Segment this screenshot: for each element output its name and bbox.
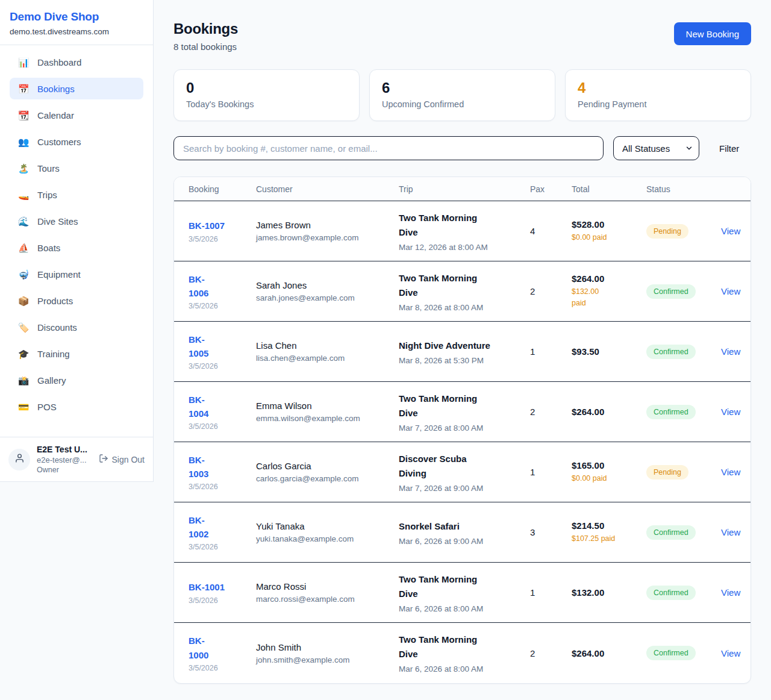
paid-amount: $0.00 paid [572, 232, 640, 243]
sidebar-item-dashboard[interactable]: 📊 Dashboard [10, 51, 143, 73]
status-badge: Pending [646, 224, 688, 239]
status-cell: Confirmed [646, 261, 721, 321]
total-amount: $528.00 [572, 219, 640, 230]
tours-icon: 🏝️ [17, 164, 30, 173]
col-header-total: Total [572, 184, 646, 194]
booking-cell: BK- 1000 3/5/2026 [189, 623, 256, 683]
total-cell: $264.00 [572, 623, 646, 683]
view-booking-link[interactable]: View [721, 467, 744, 477]
view-booking-link[interactable]: View [721, 407, 744, 417]
pos-icon: 💳 [17, 402, 30, 411]
booking-date: 3/5/2026 [189, 362, 250, 370]
table-row: BK- 1003 3/5/2026 Carlos Garcia carlos.g… [174, 442, 751, 502]
status-select-wrap: All Statuses [613, 136, 699, 160]
col-header-booking: Booking [189, 184, 256, 194]
trip-datetime: Mar 6, 2026 at 8:00 AM [399, 604, 524, 613]
sidebar-item-gallery[interactable]: 📸 Gallery [10, 369, 143, 391]
total-cell: $528.00 $0.00 paid [572, 201, 646, 261]
total-cell: $264.00 $132.00 paid [572, 261, 646, 321]
sidebar-item-label: Boats [37, 243, 60, 253]
actions-cell: View [721, 382, 751, 442]
view-booking-link[interactable]: View [721, 286, 744, 296]
table-row: BK-1001 3/5/2026 Marco Rossi marco.rossi… [174, 563, 751, 623]
booking-id-link[interactable]: BK-1007 [189, 219, 250, 233]
sidebar-item-bookings[interactable]: 📅 Bookings [10, 78, 143, 99]
booking-id-link[interactable]: BK- 1004 [189, 393, 250, 421]
stat-value: 4 [578, 80, 738, 96]
sidebar-item-label: Trips [37, 190, 57, 200]
customer-name: Marco Rossi [256, 581, 393, 592]
search-input[interactable] [173, 136, 604, 160]
view-booking-link[interactable]: View [721, 648, 744, 658]
filter-button[interactable]: Filter [719, 143, 739, 154]
customer-name: Carlos Garcia [256, 461, 393, 471]
trip-name: Two Tank Morning Dive [399, 572, 524, 601]
new-booking-button[interactable]: New Booking [674, 22, 751, 45]
paid-amount: $107.25 paid [572, 533, 640, 545]
status-cell: Pending [646, 201, 721, 261]
stat-card: 6 Upcoming Confirmed [369, 69, 555, 121]
sidebar-item-boats[interactable]: ⛵ Boats [10, 237, 143, 258]
status-badge: Pending [646, 465, 688, 480]
total-amount: $165.00 [572, 460, 640, 470]
sidebar-item-calendar[interactable]: 📆 Calendar [10, 104, 143, 126]
sign-out-icon [99, 454, 108, 465]
user-email: e2e-tester@... [37, 455, 87, 464]
sidebar-item-pos[interactable]: 💳 POS [10, 396, 143, 417]
page-title: Bookings [173, 20, 238, 37]
view-booking-link[interactable]: View [721, 527, 744, 537]
stat-label: Pending Payment [578, 99, 738, 109]
sidebar-item-label: Equipment [37, 269, 81, 280]
trip-cell: Night Dive Adventure Mar 8, 2026 at 5:30… [399, 322, 530, 381]
sidebar: Demo Dive Shop demo.test.divestreams.com… [0, 0, 154, 482]
view-booking-link[interactable]: View [721, 226, 744, 236]
booking-id-link[interactable]: BK- 1006 [189, 272, 250, 301]
sidebar-item-trips[interactable]: 🚤 Trips [10, 184, 143, 205]
status-cell: Pending [646, 442, 721, 502]
booking-id-link[interactable]: BK-1001 [189, 580, 250, 594]
sidebar-item-tours[interactable]: 🏝️ Tours [10, 157, 143, 179]
customer-email: carlos.garcia@example.com [256, 474, 393, 483]
status-filter-select[interactable]: All Statuses [613, 136, 699, 160]
view-booking-link[interactable]: View [721, 346, 744, 357]
status-badge: Confirmed [646, 646, 696, 660]
sign-out-button[interactable]: Sign Out [99, 454, 145, 465]
status-cell: Confirmed [646, 623, 721, 683]
sidebar-item-label: Calendar [37, 110, 74, 120]
booking-id-link[interactable]: BK- 1003 [189, 453, 250, 481]
total-cell: $165.00 $0.00 paid [572, 442, 646, 502]
booking-date: 3/5/2026 [189, 302, 250, 310]
calendar-icon: 📆 [17, 111, 30, 120]
customer-email: marco.rossi@example.com [256, 595, 393, 604]
pax-count: 1 [530, 322, 572, 381]
trip-name: Two Tank Morning Dive [399, 392, 524, 420]
sidebar-item-discounts[interactable]: 🏷️ Discounts [10, 316, 143, 338]
gallery-icon: 📸 [17, 376, 30, 385]
booking-date: 3/5/2026 [189, 235, 250, 243]
view-booking-link[interactable]: View [721, 587, 744, 598]
sidebar-item-dive-sites[interactable]: 🌊 Dive Sites [10, 210, 143, 232]
trips-icon: 🚤 [17, 190, 30, 199]
avatar [8, 449, 30, 470]
table-row: BK-1007 3/5/2026 James Brown james.brown… [174, 201, 751, 261]
booking-date: 3/5/2026 [189, 596, 250, 605]
booking-id-link[interactable]: BK- 1002 [189, 513, 250, 542]
booking-id-link[interactable]: BK- 1005 [189, 333, 250, 361]
sidebar-item-customers[interactable]: 👥 Customers [10, 131, 143, 152]
user-name: E2E Test U... [37, 445, 87, 454]
paid-amount: $132.00 paid [572, 286, 640, 309]
sidebar-item-training[interactable]: 🎓 Training [10, 343, 143, 364]
sidebar-nav: 📊 Dashboard 📅 Bookings 📆 Calendar 👥 Cust… [0, 45, 153, 422]
booking-cell: BK- 1002 3/5/2026 [189, 502, 256, 562]
sidebar-item-equipment[interactable]: 🤿 Equipment [10, 263, 143, 285]
main-content: Bookings 8 total bookings New Booking 0 … [154, 0, 771, 684]
trip-datetime: Mar 7, 2026 at 8:00 AM [399, 423, 524, 433]
actions-cell: View [721, 442, 751, 502]
trip-name: Two Tank Morning Dive [399, 211, 524, 240]
sidebar-item-products[interactable]: 📦 Products [10, 290, 143, 311]
pax-count: 2 [530, 382, 572, 442]
booking-id-link[interactable]: BK- 1000 [189, 634, 250, 662]
customer-cell: James Brown james.brown@example.com [256, 201, 399, 261]
user-role: Owner [37, 466, 87, 474]
total-amount: $264.00 [572, 648, 640, 658]
